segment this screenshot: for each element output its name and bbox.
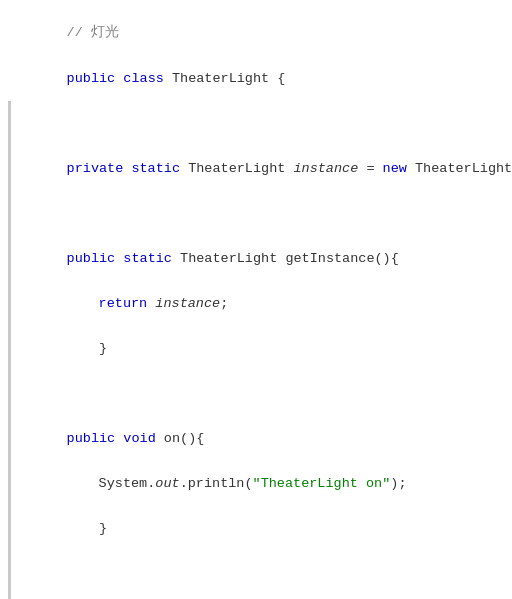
kw-void-on: void — [123, 431, 164, 446]
gutter-bar-4 — [8, 551, 11, 596]
gutter-bar-close-on — [8, 506, 11, 551]
line-method-on: public void on(){ — [0, 416, 512, 461]
line-blank-4 — [0, 551, 512, 596]
println-on: .println( — [180, 476, 253, 491]
method-on: on(){ — [164, 431, 205, 446]
gutter-blank-2 — [8, 191, 14, 236]
gutter-bar-on — [8, 416, 11, 461]
out-on: out — [155, 476, 179, 491]
constructor-call: TheaterLight(); — [415, 161, 512, 176]
keyword-class: class — [123, 71, 172, 86]
kw-new: new — [383, 161, 415, 176]
line-content-comment: // 灯光 — [14, 8, 512, 56]
gutter-bar-getinstance — [8, 236, 11, 281]
line-content-field: private static TheaterLight instance = n… — [14, 146, 512, 191]
equals-sign: = — [358, 161, 382, 176]
gutter-bar-on-body — [8, 461, 11, 506]
return-instance: instance — [155, 296, 220, 311]
line-content-return: return instance; — [14, 281, 512, 326]
close-brace-on: } — [67, 521, 108, 536]
line-blank-3 — [0, 371, 512, 416]
line-content-class: public class TheaterLight { — [14, 56, 512, 101]
method-getinstance: getInstance(){ — [285, 251, 398, 266]
gutter-on — [8, 416, 14, 461]
gutter-blank-3 — [8, 371, 14, 416]
kw-return: return — [99, 296, 156, 311]
kw-static: static — [131, 161, 188, 176]
line-field-decl: private static TheaterLight instance = n… — [0, 146, 512, 191]
line-return: return instance; — [0, 281, 512, 326]
gutter-on-body — [8, 461, 14, 506]
line-blank-1 — [0, 101, 512, 146]
close-println-on: ); — [390, 476, 406, 491]
gutter-close-gi — [8, 326, 14, 371]
line-close-gi: } — [0, 326, 512, 371]
class-name: TheaterLight { — [172, 71, 285, 86]
line-content-close-on: } — [14, 506, 512, 551]
close-brace-gi: } — [67, 341, 108, 356]
type-theaterlightfield: TheaterLight — [188, 161, 293, 176]
gutter-bar-3 — [8, 371, 11, 416]
code-editor: // 灯光 public class TheaterLight { privat… — [0, 0, 512, 599]
system-on: System. — [99, 476, 156, 491]
gutter-bar-close-gi — [8, 326, 11, 371]
kw-public-gi: public — [67, 251, 124, 266]
gutter-bar-return — [8, 281, 11, 326]
line-blank-2 — [0, 191, 512, 236]
string-on: "TheaterLight on" — [253, 476, 391, 491]
comment-text: // 灯光 — [67, 25, 119, 40]
gutter-blank-4 — [8, 551, 14, 596]
gutter-bar-1 — [8, 101, 11, 146]
gutter-bar-2 — [8, 191, 11, 236]
gutter-getinstance — [8, 236, 14, 281]
line-content-close-gi: } — [14, 326, 512, 371]
line-comment: // 灯光 — [0, 8, 512, 56]
line-content-on-body: System.out.println("TheaterLight on"); — [14, 461, 512, 506]
gutter-close-on — [8, 506, 14, 551]
field-instance: instance — [293, 161, 358, 176]
line-close-on: } — [0, 506, 512, 551]
gutter-blank-1 — [8, 101, 14, 146]
gutter-return — [8, 281, 14, 326]
line-content-getinstance: public static TheaterLight getInstance()… — [14, 236, 512, 281]
kw-public-on: public — [67, 431, 124, 446]
kw-static-gi: static — [123, 251, 180, 266]
keyword-public: public — [67, 71, 124, 86]
kw-private: private — [67, 161, 132, 176]
gutter-bar-field — [8, 146, 11, 191]
line-class-decl: public class TheaterLight { — [0, 56, 512, 101]
gutter-field — [8, 146, 14, 191]
semicolon-return: ; — [220, 296, 228, 311]
line-getinstance: public static TheaterLight getInstance()… — [0, 236, 512, 281]
line-content-on: public void on(){ — [14, 416, 512, 461]
line-on-body: System.out.println("TheaterLight on"); — [0, 461, 512, 506]
type-tl-gi: TheaterLight — [180, 251, 285, 266]
